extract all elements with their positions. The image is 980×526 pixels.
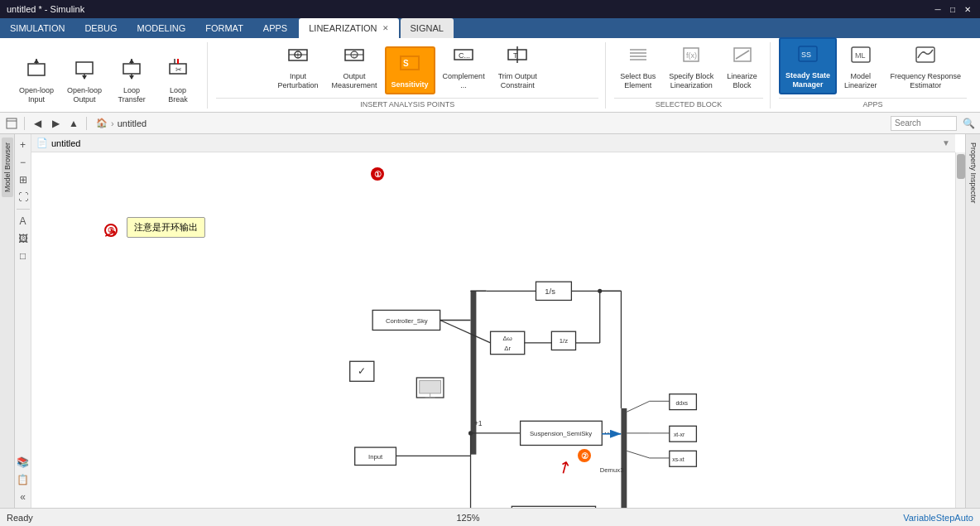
trim-output-button[interactable]: T Trim OutputConstraint: [492, 39, 543, 94]
svg-text:f(x): f(x): [686, 51, 697, 60]
svg-rect-63: [471, 291, 477, 454]
select-bus-label: Select BusElement: [620, 72, 656, 90]
zoom-out-btn[interactable]: −: [16, 155, 31, 170]
separator2: [86, 117, 87, 130]
model-linearizer-button[interactable]: ML ModelLinearizer: [838, 39, 883, 94]
fit-view-btn[interactable]: ⊞: [16, 172, 31, 187]
right-panel: Property Inspector: [965, 134, 980, 508]
annotation-text-1: 注意是开环输出: [134, 222, 198, 232]
image-btn[interactable]: 🖼: [16, 231, 31, 246]
close-tab-icon[interactable]: ✕: [382, 24, 389, 32]
complement-button[interactable]: C... Complement...: [437, 39, 491, 94]
property-inspector-tab[interactable]: Property Inspector: [968, 138, 979, 209]
scrollbar-v[interactable]: [955, 152, 965, 508]
steady-state-icon: SS: [796, 42, 819, 70]
up-btn[interactable]: ▲: [65, 115, 82, 132]
specify-block-label: Specify BlockLinearization: [669, 72, 713, 90]
ribbon-group-apps: SS Steady StateManager ML ModelLinearize…: [772, 42, 973, 109]
menu-modeling[interactable]: MODELING: [127, 18, 196, 38]
svg-marker-5: [82, 75, 87, 80]
menu-apps[interactable]: APPS: [253, 18, 297, 38]
svg-text:xt-xr: xt-xr: [674, 432, 685, 437]
scroll-thumb-v[interactable]: [957, 154, 965, 179]
freq-response-label: Frequency ResponseEstimator: [890, 72, 961, 90]
collapse-btn[interactable]: «: [16, 490, 31, 504]
svg-text:✓: ✓: [358, 365, 366, 377]
loop-break-label: LoopBreak: [168, 86, 188, 104]
open-loop-output-label: Open-loopOutput: [67, 86, 102, 104]
svg-text:○: ○: [353, 51, 357, 60]
svg-marker-10: [129, 75, 134, 80]
sensitivity-icon: S: [398, 51, 421, 79]
model-browser-btn[interactable]: [3, 115, 20, 132]
zoom-area-btn[interactable]: ⛶: [16, 190, 31, 205]
sensitivity-button[interactable]: S Sensitivity: [385, 46, 435, 94]
minimize-button[interactable]: ─: [932, 3, 944, 15]
apps-label: APPS: [779, 98, 967, 109]
selected-block-label: SELECTED BLOCK: [614, 98, 763, 109]
loop-transfer-button[interactable]: LoopTransfer: [109, 53, 154, 109]
path-btn[interactable]: ▼: [942, 138, 950, 147]
complement-label: Complement...: [443, 72, 485, 90]
svg-rect-0: [28, 64, 45, 75]
badge-3-num: ③: [108, 226, 114, 234]
badge-2: ②: [578, 449, 591, 462]
select-bus-button[interactable]: Select BusElement: [614, 39, 661, 94]
menu-simulation[interactable]: SIMULATION: [0, 18, 74, 38]
separator: [24, 117, 25, 130]
tool-sep: [17, 209, 30, 210]
complement-icon: C...: [452, 43, 475, 70]
rect-btn[interactable]: □: [16, 249, 31, 263]
specify-block-icon: f(x): [680, 43, 703, 70]
status-bar: Ready 125% VariableStepAuto: [0, 508, 980, 526]
home-icon: 🏠: [96, 118, 108, 128]
open-loop-input-button[interactable]: Open-loopInput: [13, 53, 60, 109]
library-btn[interactable]: 📚: [16, 455, 31, 470]
annotation-box-1: 注意是开环输出: [127, 217, 205, 238]
tab-linearization[interactable]: LINEARIZATION ✕: [299, 18, 398, 38]
ribbon-group-openloop: Open-loopInput Open-loopOutput: [7, 42, 208, 109]
svg-rect-3: [76, 62, 93, 74]
back-btn[interactable]: ◀: [29, 115, 46, 132]
open-loop-output-button[interactable]: Open-loopOutput: [61, 53, 108, 109]
text-btn[interactable]: A: [16, 214, 31, 229]
specify-block-button[interactable]: f(x) Specify BlockLinearization: [663, 39, 719, 94]
svg-rect-43: [7, 118, 17, 128]
svg-text:Suspension_SemiSky: Suspension_SemiSky: [530, 430, 592, 437]
svg-line-37: [736, 51, 749, 59]
input-perturbation-button[interactable]: + InputPerturbation: [272, 39, 324, 94]
loop-break-button[interactable]: ✂ LoopBreak: [156, 53, 200, 109]
badge-1-num: ①: [374, 170, 382, 179]
svg-line-74: [627, 451, 649, 458]
trim-output-label: Trim OutputConstraint: [498, 72, 537, 90]
open-loop-input-icon: [25, 57, 48, 84]
svg-rect-88: [512, 506, 595, 508]
zoom-in-btn[interactable]: +: [16, 138, 31, 152]
output-measurement-button[interactable]: ○ OutputMeasurement: [326, 39, 383, 94]
svg-text:✂: ✂: [175, 65, 182, 74]
steady-state-button[interactable]: SS Steady StateManager: [779, 37, 837, 94]
forward-btn[interactable]: ▶: [47, 115, 64, 132]
linearize-block-button[interactable]: LinearizeBlock: [721, 39, 763, 94]
maximize-button[interactable]: □: [947, 3, 958, 15]
tab-signal[interactable]: SIGNAL: [401, 18, 454, 38]
loop-transfer-icon: [120, 57, 143, 84]
svg-text:···: ···: [604, 427, 612, 438]
svg-rect-71: [621, 408, 627, 508]
freq-response-button[interactable]: Frequency ResponseEstimator: [884, 39, 967, 94]
svg-point-102: [468, 431, 473, 435]
badge-2-num: ②: [581, 451, 588, 461]
search-icon[interactable]: 🔍: [960, 115, 977, 132]
breadcrumb: 🏠 › untitled: [91, 118, 151, 128]
model-browser-tab[interactable]: Model Browser: [2, 138, 13, 197]
ribbon-buttons-apps: SS Steady StateManager ML ModelLinearize…: [779, 37, 967, 94]
svg-text:Δω: Δω: [503, 335, 512, 342]
menu-format[interactable]: FORMAT: [195, 18, 253, 38]
close-button[interactable]: ✕: [962, 3, 973, 15]
svg-text:1/z: 1/z: [560, 337, 568, 345]
menu-debug[interactable]: DEBUG: [74, 18, 127, 38]
svg-text:ddxs: ddxs: [676, 400, 689, 406]
search-input[interactable]: [891, 116, 957, 131]
log-btn[interactable]: 📋: [16, 472, 31, 487]
model-path: untitled: [51, 138, 80, 148]
